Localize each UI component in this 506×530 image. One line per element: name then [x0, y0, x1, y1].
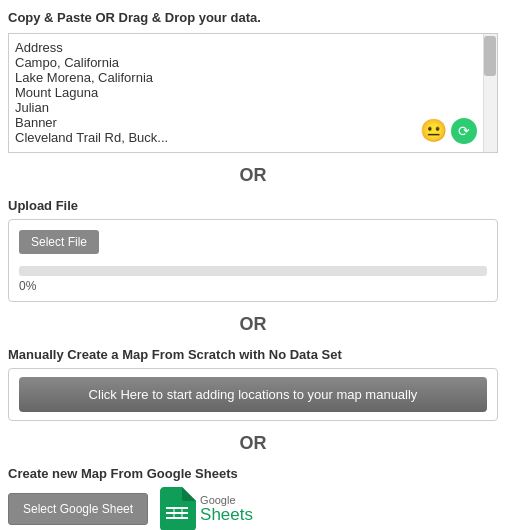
refresh-icon[interactable]: ⟳: [451, 118, 477, 144]
svg-rect-2: [166, 517, 188, 519]
neutral-face-icon: 😐: [420, 118, 447, 144]
upload-section-title: Upload File: [8, 198, 498, 213]
emoji-icons-container: 😐 ⟳: [420, 118, 477, 144]
google-sheets-icon: [158, 487, 196, 530]
select-google-sheet-button[interactable]: Select Google Sheet: [8, 493, 148, 525]
scrollbar-track: [483, 34, 497, 152]
page-header: Copy & Paste OR Drag & Drop your data.: [8, 10, 498, 25]
upload-section: Select File 0%: [8, 219, 498, 302]
svg-rect-1: [166, 512, 188, 514]
or-divider-1: OR: [8, 165, 498, 186]
manual-section-wrapper: Manually Create a Map From Scratch with …: [8, 347, 498, 421]
select-file-button[interactable]: Select File: [19, 230, 99, 254]
progress-label: 0%: [19, 279, 487, 293]
svg-rect-0: [166, 507, 188, 509]
instruction-text: Copy & Paste OR Drag & Drop your data.: [8, 10, 498, 25]
sheets-label: Sheets: [200, 506, 253, 525]
google-label: Google: [200, 494, 253, 506]
google-sheets-logo: Google Sheets: [158, 487, 253, 530]
manual-section-title: Manually Create a Map From Scratch with …: [8, 347, 498, 362]
data-textarea[interactable]: Address Campo, California Lake Morena, C…: [9, 34, 483, 152]
data-input-area[interactable]: Address Campo, California Lake Morena, C…: [8, 33, 498, 153]
google-sheets-text: Google Sheets: [200, 494, 253, 525]
upload-section-wrapper: Upload File Select File 0%: [8, 198, 498, 302]
manual-section: Click Here to start adding locations to …: [8, 368, 498, 421]
or-divider-2: OR: [8, 314, 498, 335]
or-divider-3: OR: [8, 433, 498, 454]
google-sheets-section-wrapper: Create new Map From Google Sheets Select…: [8, 466, 498, 530]
google-sheets-section-title: Create new Map From Google Sheets: [8, 466, 498, 481]
google-sheets-section: Select Google Sheet Google Sheets: [8, 487, 498, 530]
progress-bar-wrapper: [19, 266, 487, 276]
scrollbar-thumb: [484, 36, 496, 76]
create-map-button[interactable]: Click Here to start adding locations to …: [19, 377, 487, 412]
